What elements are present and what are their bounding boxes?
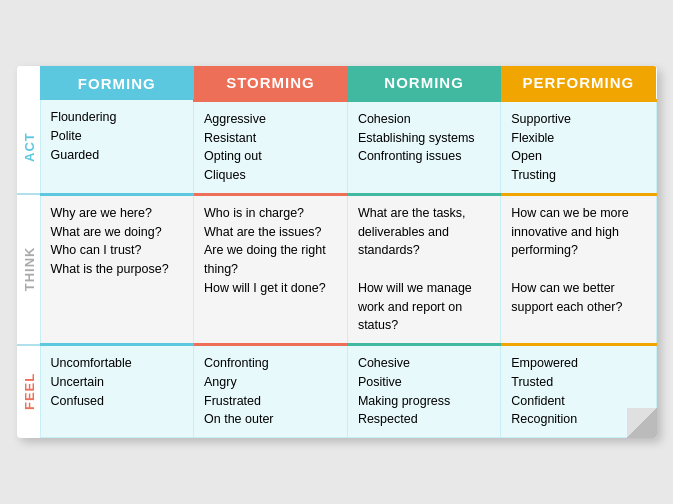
- act-label: ACT: [17, 100, 41, 194]
- main-card: Forming Storming Norming Performing ACT …: [17, 66, 657, 438]
- act-norming-cell: CohesionEstablishing systemsConfronting …: [347, 100, 500, 194]
- act-norming-text: CohesionEstablishing systemsConfronting …: [358, 110, 490, 166]
- header-row: Forming Storming Norming Performing: [17, 66, 657, 101]
- feel-norming-text: CohesivePositiveMaking progressRespected: [358, 354, 490, 429]
- feel-label: FEEL: [17, 345, 41, 438]
- think-storming-cell: Who is in charge?What are the issues?Are…: [194, 194, 348, 344]
- think-performing-cell: How can we be more innovative and high p…: [501, 194, 656, 344]
- col-header-performing: Performing: [501, 66, 656, 101]
- think-norming-cell: What are the tasks, deliverables and sta…: [347, 194, 500, 344]
- think-label: THINK: [17, 194, 41, 344]
- think-performing-text: How can we be more innovative and high p…: [511, 204, 645, 317]
- act-forming-text: FlounderingPoliteGuarded: [51, 108, 184, 164]
- think-row: THINK Why are we here?What are we doing?…: [17, 194, 657, 344]
- feel-norming-cell: CohesivePositiveMaking progressRespected: [347, 345, 500, 438]
- think-forming-text: Why are we here?What are we doing?Who ca…: [51, 204, 184, 279]
- col-header-storming: Storming: [194, 66, 348, 101]
- col-header-forming: Forming: [40, 66, 194, 101]
- act-storming-text: AggressiveResistantOpting outCliques: [204, 110, 337, 185]
- col-header-norming: Norming: [347, 66, 500, 101]
- act-storming-cell: AggressiveResistantOpting outCliques: [194, 100, 348, 194]
- act-performing-text: SupportiveFlexibleOpenTrusting: [511, 110, 645, 185]
- feel-forming-text: UncomfortableUncertainConfused: [51, 354, 184, 410]
- think-forming-cell: Why are we here?What are we doing?Who ca…: [40, 194, 194, 344]
- feel-storming-text: ConfrontingAngryFrustratedOn the outer: [204, 354, 337, 429]
- think-storming-text: Who is in charge?What are the issues?Are…: [204, 204, 337, 298]
- feel-performing-text: EmpoweredTrustedConfidentRecognition: [511, 354, 645, 429]
- feel-storming-cell: ConfrontingAngryFrustratedOn the outer: [194, 345, 348, 438]
- feel-row: FEEL UncomfortableUncertainConfused Conf…: [17, 345, 657, 438]
- act-performing-cell: SupportiveFlexibleOpenTrusting: [501, 100, 656, 194]
- think-norming-text: What are the tasks, deliverables and sta…: [358, 204, 490, 335]
- feel-forming-cell: UncomfortableUncertainConfused: [40, 345, 194, 438]
- feel-performing-cell: EmpoweredTrustedConfidentRecognition: [501, 345, 656, 438]
- act-row: ACT FlounderingPoliteGuarded AggressiveR…: [17, 100, 657, 194]
- act-forming-cell: FlounderingPoliteGuarded: [40, 100, 194, 194]
